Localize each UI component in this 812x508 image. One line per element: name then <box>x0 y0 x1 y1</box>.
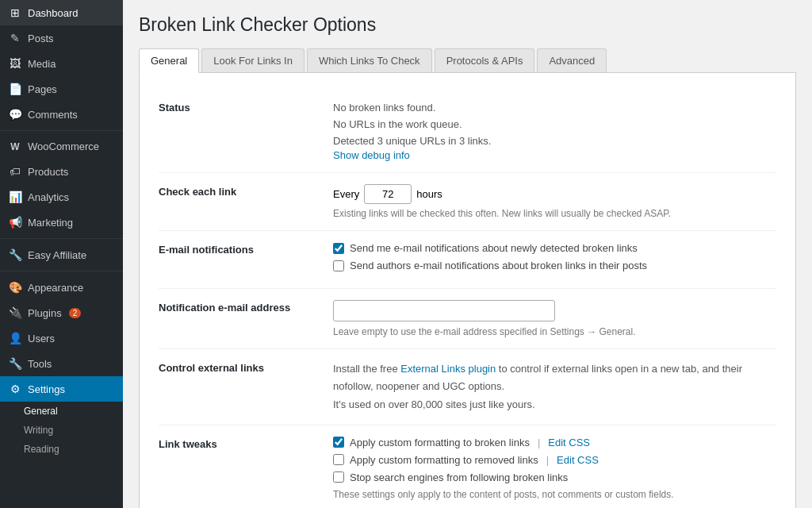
sidebar-label-users: Users <box>28 333 55 344</box>
sidebar-label-products: Products <box>28 166 68 178</box>
sidebar-item-media[interactable]: 🖼 Media <box>0 51 123 76</box>
submenu-label-reading: Reading <box>24 444 59 455</box>
sidebar-label-appearance: Appearance <box>28 282 83 294</box>
settings-row-control-external: Control external links Install the free … <box>159 349 776 425</box>
dashboard-icon: ⊞ <box>8 6 22 19</box>
woocommerce-icon: W <box>8 141 22 152</box>
settings-panel: Status No broken links found. No URLs in… <box>139 73 796 508</box>
media-icon: 🖼 <box>8 57 22 70</box>
plugins-badge: 2 <box>69 308 82 318</box>
notify-authors-checkbox[interactable] <box>333 260 344 271</box>
sidebar-item-pages[interactable]: 📄 Pages <box>0 76 123 102</box>
notify-me-label: Send me e-mail notifications about newly… <box>350 242 638 254</box>
custom-removed-checkbox[interactable] <box>333 454 344 465</box>
sidebar-label-dashboard: Dashboard <box>28 7 79 19</box>
sidebar-item-comments[interactable]: 💬 Comments <box>0 102 123 127</box>
notification-email-label: Notification e-mail address <box>159 300 317 314</box>
sidebar-item-tools[interactable]: 🔧 Tools <box>0 351 123 376</box>
sidebar-item-marketing[interactable]: 📢 Marketing <box>0 210 123 235</box>
edit-css-broken-link[interactable]: Edit CSS <box>548 437 590 448</box>
tab-look-for-links[interactable]: Look For Links In <box>201 48 304 72</box>
sidebar-item-dashboard[interactable]: ⊞ Dashboard <box>0 0 123 25</box>
sidebar-item-easy-affiliate[interactable]: 🔧 Easy Affiliate <box>0 242 123 267</box>
custom-broken-checkbox[interactable] <box>333 437 344 448</box>
external-text-before: Install the free <box>333 363 400 375</box>
sidebar-label-tools: Tools <box>28 358 52 370</box>
submenu-item-writing[interactable]: Writing <box>0 421 123 440</box>
link-tweaks-content: Apply custom formatting to broken links … <box>333 437 776 500</box>
sidebar-label-pages: Pages <box>28 83 57 95</box>
tabs-container: General Look For Links In Which Links To… <box>139 48 796 73</box>
notify-me-checkbox[interactable] <box>333 243 344 254</box>
easy-affiliate-icon: 🔧 <box>8 248 22 261</box>
hours-text: hours <box>416 188 442 200</box>
status-label: Status <box>159 100 317 114</box>
tab-advanced[interactable]: Advanced <box>537 48 607 72</box>
posts-icon: ✎ <box>8 32 22 44</box>
plugins-icon: 🔌 <box>8 306 22 319</box>
submenu-label-general: General <box>24 406 58 417</box>
check-link-label: Check each link <box>159 184 317 198</box>
submenu-item-reading[interactable]: Reading <box>0 440 123 459</box>
tab-protocols[interactable]: Protocols & APIs <box>435 48 535 72</box>
custom-removed-label: Apply custom formatting to removed links <box>350 454 538 466</box>
every-text: Every <box>333 188 359 200</box>
settings-row-status: Status No broken links found. No URLs in… <box>159 89 776 173</box>
debug-link[interactable]: Show debug info <box>333 149 410 161</box>
sidebar-item-users[interactable]: 👤 Users <box>0 325 123 351</box>
notification-email-input[interactable] <box>333 300 555 321</box>
stop-engines-label: Stop search engines from following broke… <box>350 471 568 483</box>
check-link-row: Every hours <box>333 184 776 204</box>
submenu-item-general[interactable]: General <box>0 402 123 421</box>
sidebar-item-analytics[interactable]: 📊 Analytics <box>0 184 123 210</box>
tab-general[interactable]: General <box>139 48 199 73</box>
sidebar-item-plugins[interactable]: 🔌 Plugins 2 <box>0 300 123 325</box>
hours-input[interactable] <box>364 184 412 204</box>
pipe-2: | <box>546 454 549 466</box>
settings-icon: ⚙ <box>8 383 22 395</box>
sidebar-item-posts[interactable]: ✎ Posts <box>0 25 123 51</box>
settings-row-link-tweaks: Link tweaks Apply custom formatting to b… <box>159 425 776 508</box>
analytics-icon: 📊 <box>8 190 22 203</box>
products-icon: 🏷 <box>8 165 22 178</box>
edit-css-removed-link[interactable]: Edit CSS <box>557 454 599 466</box>
sidebar-divider <box>0 130 123 131</box>
appearance-icon: 🎨 <box>8 281 22 294</box>
checkbox-row-notify-me: Send me e-mail notifications about newly… <box>333 242 776 254</box>
external-text-line2: It's used on over 80,000 sites just like… <box>333 398 535 410</box>
checkbox-row-stop-engines: Stop search engines from following broke… <box>333 471 776 483</box>
sidebar-item-woocommerce[interactable]: W WooCommerce <box>0 134 123 159</box>
checkbox-row-custom-broken: Apply custom formatting to broken links … <box>333 437 776 448</box>
sidebar-label-woocommerce: WooCommerce <box>28 140 99 152</box>
pipe-1: | <box>538 437 540 448</box>
notification-email-content: Leave empty to use the e-mail address sp… <box>333 300 776 337</box>
sidebar-item-appearance[interactable]: 🎨 Appearance <box>0 275 123 300</box>
pages-icon: 📄 <box>8 83 22 95</box>
external-links-plugin-link[interactable]: External Links plugin <box>400 363 496 375</box>
sidebar-item-products[interactable]: 🏷 Products <box>0 159 123 184</box>
sidebar-label-easy-affiliate: Easy Affiliate <box>28 249 86 261</box>
email-notifications-label: E-mail notifications <box>159 242 317 256</box>
status-text: No broken links found. No URLs in the wo… <box>333 100 776 149</box>
custom-broken-label: Apply custom formatting to broken links <box>350 437 530 448</box>
notification-email-hint: Leave empty to use the e-mail address sp… <box>333 326 776 337</box>
sidebar-label-analytics: Analytics <box>28 191 69 203</box>
sidebar-label-marketing: Marketing <box>28 217 73 229</box>
notify-authors-label: Send authors e-mail notifications about … <box>350 260 647 271</box>
stop-engines-checkbox[interactable] <box>333 471 344 483</box>
control-external-label: Control external links <box>159 360 317 374</box>
page-title: Broken Link Checker Options <box>139 14 796 36</box>
settings-row-check-link: Check each link Every hours Existing lin… <box>159 173 776 231</box>
settings-row-email-notifications: E-mail notifications Send me e-mail noti… <box>159 231 776 289</box>
comments-icon: 💬 <box>8 108 22 121</box>
sidebar-label-posts: Posts <box>28 33 54 44</box>
check-link-content: Every hours Existing links will be check… <box>333 184 776 219</box>
settings-row-notification-email: Notification e-mail address Leave empty … <box>159 289 776 349</box>
check-link-hint: Existing links will be checked this ofte… <box>333 208 776 219</box>
marketing-icon: 📢 <box>8 216 22 229</box>
tools-icon: 🔧 <box>8 357 22 370</box>
sidebar-divider-3 <box>0 271 123 271</box>
tab-which-links[interactable]: Which Links To Check <box>307 48 432 72</box>
sidebar-item-settings[interactable]: ⚙ Settings <box>0 376 123 402</box>
submenu-label-writing: Writing <box>24 425 53 436</box>
